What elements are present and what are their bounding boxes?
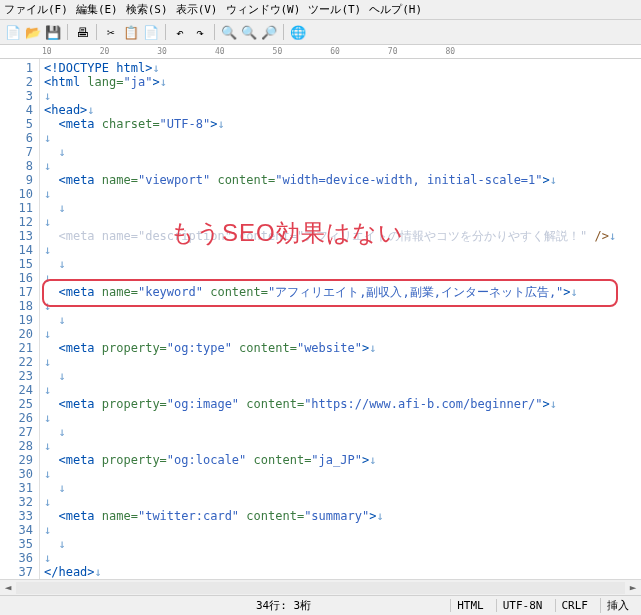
code-line[interactable]: <html lang="ja">↓ [44,75,637,89]
code-line[interactable]: ↓ [44,187,637,201]
undo-icon[interactable]: ↶ [171,23,189,41]
separator [214,24,215,40]
code-line[interactable]: <meta property="og:type" content="websit… [44,341,637,355]
status-bar: 34行: 3桁 HTML UTF-8N CRLF 挿入 [0,595,641,615]
code-line[interactable]: ↓ [44,495,637,509]
code-line[interactable]: ↓ [44,313,637,327]
code-line[interactable]: ↓ [44,383,637,397]
redo-icon[interactable]: ↷ [191,23,209,41]
code-line[interactable]: ↓ [44,89,637,103]
menu-help[interactable]: ヘルプ(H) [369,2,422,17]
scroll-right-icon[interactable]: ► [625,581,641,594]
code-line[interactable]: ↓ [44,425,637,439]
scroll-track[interactable] [16,582,625,594]
code-line[interactable]: ↓ [44,299,637,313]
line-number-gutter: 1234567891011121314151617181920212223242… [0,59,40,579]
menu-edit[interactable]: 編集(E) [76,2,118,17]
search-next-icon[interactable]: 🔍 [240,23,258,41]
search-icon[interactable]: 🔍 [220,23,238,41]
code-line[interactable]: <meta name="twitter:card" content="summa… [44,509,637,523]
code-line[interactable]: <meta property="og:locale" content="ja_J… [44,453,637,467]
save-icon[interactable]: 💾 [44,23,62,41]
menu-view[interactable]: 表示(V) [176,2,218,17]
menu-bar: ファイル(F) 編集(E) 検索(S) 表示(V) ウィンドウ(W) ツール(T… [0,0,641,20]
menu-file[interactable]: ファイル(F) [4,2,68,17]
code-line[interactable]: <meta charset="UTF-8">↓ [44,117,637,131]
status-insert: 挿入 [600,598,635,613]
code-line[interactable]: ↓ [44,159,637,173]
code-line[interactable]: ↓ [44,271,637,285]
separator [283,24,284,40]
code-line[interactable]: ↓ [44,551,637,565]
code-line[interactable]: ↓ [44,215,637,229]
code-line[interactable]: ↓ [44,369,637,383]
code-line[interactable]: ↓ [44,467,637,481]
cut-icon[interactable]: ✂ [102,23,120,41]
menu-tool[interactable]: ツール(T) [308,2,361,17]
code-line[interactable]: ↓ [44,131,637,145]
code-line[interactable]: <head>↓ [44,103,637,117]
code-line[interactable]: ↓ [44,201,637,215]
toolbar: 📄 📂 💾 🖶 ✂ 📋 📄 ↶ ↷ 🔍 🔍 🔎 🌐 [0,20,641,45]
code-line[interactable]: ↓ [44,145,637,159]
code-line[interactable]: <meta name="viewport" content="width=dev… [44,173,637,187]
copy-icon[interactable]: 📋 [122,23,140,41]
code-line[interactable]: <meta name="keyword" content="アフィリエイト,副収… [44,285,637,299]
status-eol: CRLF [555,599,595,612]
code-line[interactable]: ↓ [44,243,637,257]
status-position: 34行: 3桁 [256,598,311,613]
status-mode: HTML [450,599,490,612]
code-line[interactable]: ↓ [44,257,637,271]
separator [96,24,97,40]
code-line[interactable]: <meta property="og:image" content="https… [44,397,637,411]
code-area[interactable]: <!DOCTYPE html>↓<html lang="ja">↓↓<head>… [40,59,641,579]
editor[interactable]: 1234567891011121314151617181920212223242… [0,59,641,579]
code-line[interactable]: ↓ [44,481,637,495]
browser-icon[interactable]: 🌐 [289,23,307,41]
print-icon[interactable]: 🖶 [73,23,91,41]
status-encoding: UTF-8N [496,599,549,612]
code-line[interactable]: ↓ [44,411,637,425]
horizontal-scrollbar[interactable]: ◄ ► [0,579,641,595]
menu-window[interactable]: ウィンドウ(W) [226,2,301,17]
code-line[interactable]: </head>↓ [44,565,637,579]
separator [165,24,166,40]
code-line[interactable]: ↓ [44,439,637,453]
separator [67,24,68,40]
paste-icon[interactable]: 📄 [142,23,160,41]
replace-icon[interactable]: 🔎 [260,23,278,41]
code-line[interactable]: <!DOCTYPE html>↓ [44,61,637,75]
code-line[interactable]: ↓ [44,327,637,341]
open-file-icon[interactable]: 📂 [24,23,42,41]
ruler: 10 20 30 40 50 60 70 80 [0,45,641,59]
new-file-icon[interactable]: 📄 [4,23,22,41]
scroll-left-icon[interactable]: ◄ [0,581,16,594]
code-line[interactable]: <meta name="description" content="アフィリエイ… [44,229,637,243]
code-line[interactable]: ↓ [44,523,637,537]
code-line[interactable]: ↓ [44,355,637,369]
code-line[interactable]: ↓ [44,537,637,551]
menu-search[interactable]: 検索(S) [126,2,168,17]
